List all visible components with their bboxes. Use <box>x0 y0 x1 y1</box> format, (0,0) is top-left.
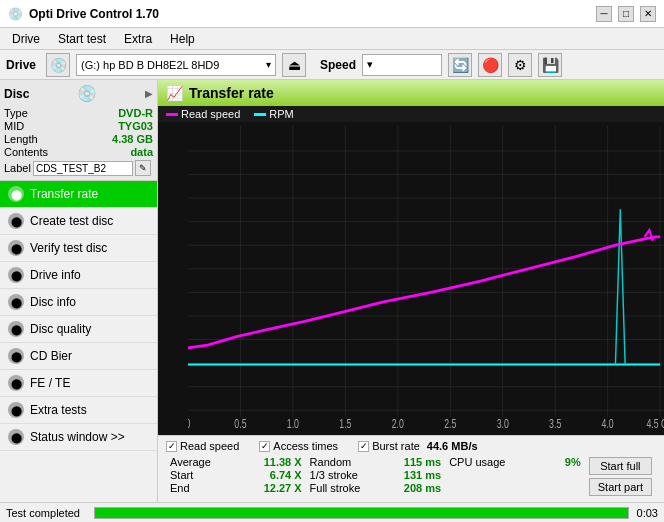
stat-full-stroke-row: Full stroke 208 ms <box>306 482 446 494</box>
chart-legend: Read speed RPM <box>158 106 664 122</box>
nav-verify-test-disc[interactable]: ⬤ Verify test disc <box>0 235 157 262</box>
stat-average-val: 11.38 X <box>252 456 302 468</box>
nav-status-window[interactable]: ⬤ Status window >> <box>0 424 157 451</box>
disc-label-input[interactable]: CDS_TEST_B2 <box>33 161 133 176</box>
stats-checkboxes: ✓ Read speed ✓ Access times ✓ Burst rate… <box>166 440 656 452</box>
stat-1-3-stroke-key: 1/3 stroke <box>310 469 358 481</box>
nav-transfer-rate[interactable]: ⬤ Transfer rate <box>0 181 157 208</box>
status-text: Test completed <box>6 507 86 519</box>
checkbox-burst-rate-box[interactable]: ✓ <box>358 441 369 452</box>
disc-length-key: Length <box>4 133 38 145</box>
drive-icon: 💿 <box>46 53 70 77</box>
stats-bottom: Average 11.38 X Start 6.74 X End 12.27 X <box>166 455 656 498</box>
disc-label-edit-button[interactable]: ✎ <box>135 160 151 176</box>
speed-label: Speed <box>320 58 356 72</box>
stat-average-row: Average 11.38 X <box>166 456 306 468</box>
disc-contents-val: data <box>130 146 153 158</box>
menu-start-test[interactable]: Start test <box>54 31 110 47</box>
status-time: 0:03 <box>637 507 658 519</box>
nav-status-window-icon: ⬤ <box>8 429 24 445</box>
stats-col-3: CPU usage 9% <box>445 455 585 498</box>
burst-rate-value: 44.6 MB/s <box>427 440 478 452</box>
nav-cd-bier-label: CD Bier <box>30 349 72 363</box>
stat-start-row: Start 6.74 X <box>166 469 306 481</box>
disc-length-val: 4.38 GB <box>112 133 153 145</box>
speed-select[interactable]: ▾ <box>362 54 442 76</box>
stat-average-key: Average <box>170 456 211 468</box>
svg-text:1.0: 1.0 <box>287 417 299 431</box>
nav-extra-tests-label: Extra tests <box>30 403 87 417</box>
disc-type-val: DVD-R <box>118 107 153 119</box>
nav-fe-te-label: FE / TE <box>30 376 70 390</box>
checkbox-access-times-box[interactable]: ✓ <box>259 441 270 452</box>
nav-drive-info[interactable]: ⬤ Drive info <box>0 262 157 289</box>
chart-header: 📈 Transfer rate <box>158 80 664 106</box>
nav-create-test-disc[interactable]: ⬤ Create test disc <box>0 208 157 235</box>
menu-extra[interactable]: Extra <box>120 31 156 47</box>
stats-area: ✓ Read speed ✓ Access times ✓ Burst rate… <box>158 435 664 502</box>
content-area: 📈 Transfer rate Read speed RPM <box>158 80 664 502</box>
save-button[interactable]: 💾 <box>538 53 562 77</box>
stat-cpu-row: CPU usage 9% <box>445 456 585 468</box>
chart-title: Transfer rate <box>189 85 274 101</box>
burn-button[interactable]: 🔴 <box>478 53 502 77</box>
stat-1-3-stroke-val: 131 ms <box>391 469 441 481</box>
checkbox-read-speed[interactable]: ✓ Read speed <box>166 440 239 452</box>
nav-disc-quality-label: Disc quality <box>30 322 91 336</box>
menu-bar: Drive Start test Extra Help <box>0 28 664 50</box>
stat-cpu-val: 9% <box>531 456 581 468</box>
start-part-button[interactable]: Start part <box>589 478 652 496</box>
stat-start-val: 6.74 X <box>252 469 302 481</box>
refresh-button[interactable]: 🔄 <box>448 53 472 77</box>
title-bar-controls: ─ □ ✕ <box>596 6 656 22</box>
menu-drive[interactable]: Drive <box>8 31 44 47</box>
drive-label: Drive <box>6 58 36 72</box>
menu-help[interactable]: Help <box>166 31 199 47</box>
checkbox-read-speed-box[interactable]: ✓ <box>166 441 177 452</box>
nav-status-window-label: Status window >> <box>30 430 125 444</box>
stat-end-key: End <box>170 482 190 494</box>
disc-arrow-icon: ▶ <box>145 88 153 99</box>
status-bar: Test completed 0:03 <box>0 502 664 522</box>
nav-fe-te[interactable]: ⬤ FE / TE <box>0 370 157 397</box>
nav-drive-info-label: Drive info <box>30 268 81 282</box>
maximize-button[interactable]: □ <box>618 6 634 22</box>
minimize-button[interactable]: ─ <box>596 6 612 22</box>
checkbox-burst-rate[interactable]: ✓ Burst rate 44.6 MB/s <box>358 440 477 452</box>
checkbox-access-times-label: Access times <box>273 440 338 452</box>
nav-disc-quality[interactable]: ⬤ Disc quality <box>0 316 157 343</box>
nav-extra-tests[interactable]: ⬤ Extra tests <box>0 397 157 424</box>
stats-col-2: Random 115 ms 1/3 stroke 131 ms Full str… <box>306 455 446 498</box>
progress-container <box>94 507 629 519</box>
legend-read-speed-label: Read speed <box>181 108 240 120</box>
nav-cd-bier[interactable]: ⬤ CD Bier <box>0 343 157 370</box>
legend-read-speed-color <box>166 113 178 116</box>
settings-button[interactable]: ⚙ <box>508 53 532 77</box>
chart-svg: 24X 22X 20X 18X 16X 14X 12X 10X 8X 6X 4X… <box>188 126 664 431</box>
drive-toolbar: Drive 💿 (G:) hp BD B DH8E2L 8HD9 ▾ ⏏ Spe… <box>0 50 664 80</box>
start-full-button[interactable]: Start full <box>589 457 652 475</box>
checkbox-access-times[interactable]: ✓ Access times <box>259 440 338 452</box>
disc-panel-icon: 💿 <box>77 84 97 103</box>
drive-select[interactable]: (G:) hp BD B DH8E2L 8HD9 ▾ <box>76 54 276 76</box>
nav-disc-info-label: Disc info <box>30 295 76 309</box>
speed-dropdown-arrow: ▾ <box>367 58 373 71</box>
disc-panel-header: Disc 💿 ▶ <box>4 84 153 103</box>
nav-disc-info[interactable]: ⬤ Disc info <box>0 289 157 316</box>
close-button[interactable]: ✕ <box>640 6 656 22</box>
disc-label-row: Label CDS_TEST_B2 ✎ <box>4 160 153 176</box>
stat-1-3-stroke-row: 1/3 stroke 131 ms <box>306 469 446 481</box>
nav-transfer-rate-icon: ⬤ <box>8 186 24 202</box>
legend-rpm: RPM <box>254 108 293 120</box>
stats-columns: Average 11.38 X Start 6.74 X End 12.27 X <box>166 455 585 498</box>
nav-verify-test-disc-label: Verify test disc <box>30 241 107 255</box>
legend-rpm-label: RPM <box>269 108 293 120</box>
nav-fe-te-icon: ⬤ <box>8 375 24 391</box>
svg-text:4.5 GB: 4.5 GB <box>647 417 664 431</box>
nav-disc-quality-icon: ⬤ <box>8 321 24 337</box>
main-area: Disc 💿 ▶ Type DVD-R MID TYG03 Length 4.3… <box>0 80 664 502</box>
nav-cd-bier-icon: ⬤ <box>8 348 24 364</box>
eject-button[interactable]: ⏏ <box>282 53 306 77</box>
stat-full-stroke-key: Full stroke <box>310 482 361 494</box>
nav-drive-info-icon: ⬤ <box>8 267 24 283</box>
